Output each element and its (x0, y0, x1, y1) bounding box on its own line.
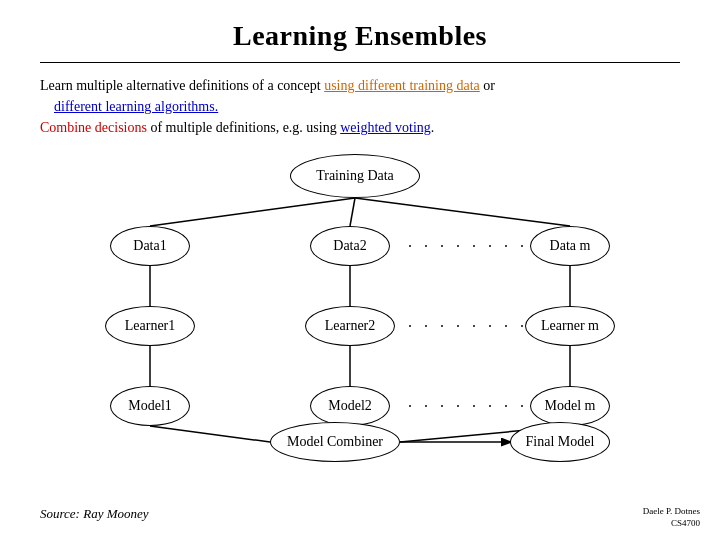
intro-or: or (480, 78, 495, 93)
node-model-combiner: Model Combiner (270, 422, 400, 462)
node-model2: Model2 (310, 386, 390, 426)
svg-line-2 (355, 198, 570, 226)
diagram: Training Data Data1 Data2 Data m · · · ·… (50, 154, 670, 474)
node-learner2: Learner2 (305, 306, 395, 346)
author-credit: Daele P. Dotnes CS4700 (643, 505, 700, 530)
page-title: Learning Ensembles (40, 20, 680, 52)
svg-line-1 (350, 198, 355, 226)
source-credit: Source: Ray Mooney (40, 506, 149, 522)
node-training-data: Training Data (290, 154, 420, 198)
intro-line1-pre: Learn multiple alternative definitions o… (40, 78, 324, 93)
intro-combine-decisions: Combine decisions (40, 120, 147, 135)
intro-indent (40, 99, 54, 114)
node-final-model: Final Model (510, 422, 610, 462)
divider (40, 62, 680, 63)
intro-period: . (431, 120, 435, 135)
model-dots: · · · · · · · · (408, 398, 528, 416)
node-learner1: Learner1 (105, 306, 195, 346)
svg-line-9 (150, 426, 270, 442)
intro-using-different-training: using different training data (324, 78, 480, 93)
node-learnerm: Learner m (525, 306, 615, 346)
intro-different-learning: different learning algorithms. (54, 99, 218, 114)
node-data2: Data2 (310, 226, 390, 266)
slide: Learning Ensembles Learn multiple altern… (0, 0, 720, 540)
node-model1: Model1 (110, 386, 190, 426)
svg-line-0 (150, 198, 355, 226)
intro-weighted-voting: weighted voting (340, 120, 431, 135)
intro-text: Learn multiple alternative definitions o… (40, 75, 680, 138)
intro-of-multiple: of multiple definitions, e.g. using (147, 120, 340, 135)
learner-dots: · · · · · · · · (408, 318, 528, 336)
node-datam: Data m (530, 226, 610, 266)
node-data1: Data1 (110, 226, 190, 266)
node-modelm: Model m (530, 386, 610, 426)
data-dots: · · · · · · · · (408, 238, 528, 256)
